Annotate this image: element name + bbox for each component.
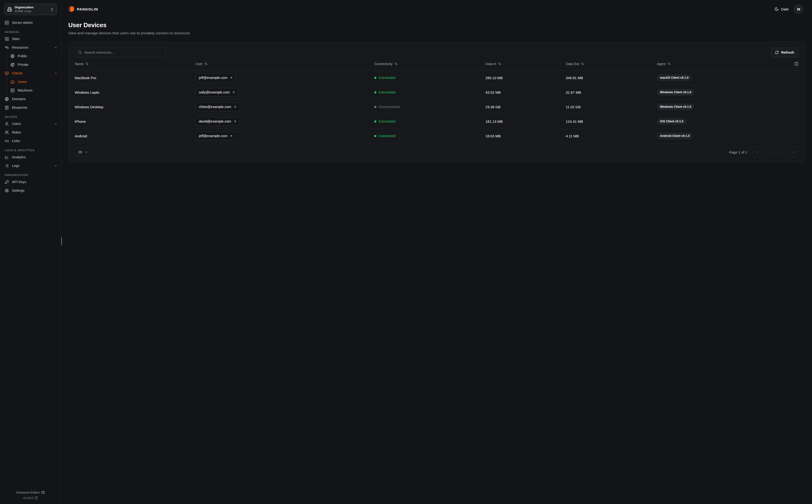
columns-icon [794,62,798,66]
column-visibility-button[interactable] [788,62,798,66]
sidebar-item-sites[interactable]: Sites [5,35,57,43]
sidebar-item-roles[interactable]: Roles [5,128,57,137]
status-badge: Connected [374,90,485,94]
sidebar-item-links[interactable]: Links [5,137,57,145]
sidebar-item-domains[interactable]: Domains [5,95,57,103]
sidebar-item-label: Machines [18,88,32,92]
status-dot [374,106,376,108]
agent-badge: Windows Client v0.1.0 [657,103,694,110]
section-label-access: ACCESS [5,115,57,118]
sidebar-item-resources[interactable]: Resources [5,43,57,52]
sidebar-item-public[interactable]: Public [10,52,57,60]
data-in-value: 280.10 MB [485,76,566,80]
status-badge: Disconnected [374,105,485,109]
search-box [75,48,166,57]
sidebar-item-api-keys[interactable]: API Keys [5,178,57,186]
agent-badge: Android Client v0.1.0 [657,133,693,139]
sidebar-item-clients[interactable]: Clients [5,69,57,77]
combine-icon [5,37,9,41]
sidebar-item-machines[interactable]: Machines [10,86,57,95]
devices-card: Refresh Name User Connectivity Da [68,42,805,162]
chevron-down-icon [54,164,57,168]
app-root: Organization ACME Corp. Server Admin GEN… [0,0,812,504]
brand[interactable]: PANGOLIN [68,6,98,12]
table-row: Android jeff@example.com Connected 18.63… [75,129,798,143]
edition-link[interactable]: Enterprise Edition [0,490,61,495]
status-badge: Connected [374,119,485,123]
avatar-initial: M [797,7,800,11]
data-in-value: 18.63 MB [485,134,566,138]
refresh-button[interactable]: Refresh [771,48,798,57]
topbar: PANGOLIN Dark M [61,0,812,18]
arrow-up-right-icon [234,105,237,108]
next-page-button[interactable] [777,148,786,157]
sidebar-item-label: Public [18,54,27,58]
page-title: User Devices [68,21,805,29]
column-header-data-in[interactable]: Data In [485,62,566,66]
data-out-value: 11.52 GB [566,105,657,109]
sidebar-item-logs[interactable]: Logs [5,161,57,170]
prev-page-button[interactable] [765,148,774,157]
sidebar-scrollbar-thumb[interactable] [61,237,62,245]
sidebar-item-settings[interactable]: Settings [5,186,57,195]
org-switcher[interactable]: Organization ACME Corp. [4,4,57,15]
sidebar-item-blueprints[interactable]: Blueprints [5,103,57,112]
column-header-connectivity[interactable]: Connectivity [374,62,485,66]
search-input[interactable] [84,51,162,54]
page-head: User Devices View and manage devices tha… [61,18,812,35]
version-link[interactable]: v1.13.0 [0,495,61,501]
org-switcher-label: Organization [15,5,47,9]
column-header-name[interactable]: Name [75,62,195,66]
user-link-button[interactable]: jeff@example.com [195,73,236,82]
column-header-data-out[interactable]: Data Out [566,62,657,66]
table-footer: 20 Page 1 of 1 [75,148,798,157]
data-out-value: 31.67 MB [566,90,657,94]
sort-icon [395,62,398,65]
status-dot [374,91,376,93]
theme-label: Dark [781,7,789,11]
user-link-button[interactable]: david@example.com [195,117,240,126]
sidebar: Organization ACME Corp. Server Admin GEN… [0,0,61,504]
edition-label: Enterprise Edition [16,490,40,495]
link-icon [5,139,9,143]
arrow-up-right-icon [230,76,233,79]
sidebar-item-label: Resources [12,46,28,49]
sidebar-item-label: Settings [12,189,24,192]
waypoints-icon [5,46,9,50]
sidebar-item-clients-users[interactable]: Users [10,77,57,86]
sidebar-item-label: Server Admin [12,21,33,25]
refresh-label: Refresh [781,51,794,54]
org-switcher-value: ACME Corp. [15,9,47,13]
table-row: Windows Desktop chloe@example.com Discon… [75,100,798,114]
page-size-select[interactable]: 20 [75,148,92,157]
monitor-up-icon [5,71,9,75]
status-dot [374,77,376,79]
sidebar-item-label: Logs [12,164,19,168]
page-subtitle: View and manage devices that users use t… [68,31,805,35]
sidebar-item-analytics[interactable]: Analytics [5,153,57,161]
sidebar-item-users[interactable]: Users [5,119,57,128]
sidebar-item-private[interactable]: Private [10,60,57,69]
sidebar-item-label: Domains [12,97,26,101]
moon-icon [775,7,779,11]
theme-toggle[interactable]: Dark [775,7,789,11]
table-row: MacBook Pro jeff@example.com Connected 2… [75,71,798,85]
sidebar-item-label: Sites [12,37,20,41]
user-link-button[interactable]: sally@example.com [195,88,239,97]
avatar[interactable]: M [794,4,803,14]
sort-icon [498,62,501,65]
first-page-button[interactable] [753,148,762,157]
device-name: iPhone [75,119,195,123]
column-header-user[interactable]: User [195,62,374,66]
key-icon [5,180,9,184]
last-page-button[interactable] [789,148,798,157]
column-header-agent[interactable]: Agent [657,62,788,66]
user-link-button[interactable]: chloe@example.com [195,103,240,111]
clients-subgroup: Users Machines [7,77,57,95]
agent-badge: iOS Client v0.1.0 [657,118,687,125]
page-size-value: 20 [78,150,82,154]
user-link-button[interactable]: jeff@example.com [195,132,236,140]
sidebar-item-server-admin[interactable]: Server Admin [5,18,57,27]
status-dot [374,135,376,137]
chevrons-left-icon [755,150,759,154]
